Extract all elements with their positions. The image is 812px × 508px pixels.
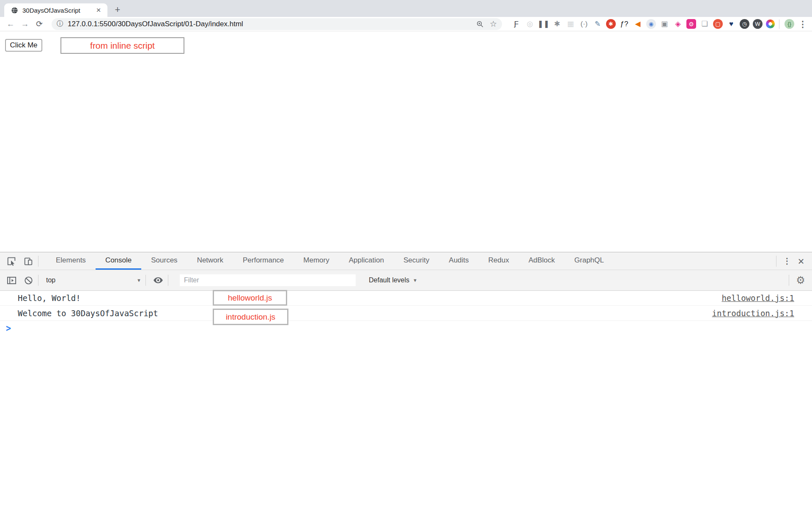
divider [789,275,789,286]
back-icon[interactable]: ← [5,18,16,30]
pause-bars-icon[interactable]: ❚❚ [538,19,549,29]
devtools-tab-application[interactable]: Application [339,252,394,270]
bookmark-star-icon[interactable]: ☆ [490,19,497,29]
camera-icon[interactable]: ▣ [659,19,669,29]
page-content: Click Me from inline script [0,32,812,252]
annotation-introduction: introduction.js [213,309,288,325]
console-drawer-icon[interactable] [6,275,17,286]
extensions-divider [779,19,779,29]
postman-icon[interactable]: ▢ [713,19,723,29]
extensions-bar: Ƒ◎❚❚✱▦(·)✎✱ƒ?◀◉▣◈⚙❏▢♥◷W{} [508,19,794,29]
zoom-page-icon[interactable] [476,20,484,28]
filter-input[interactable] [179,274,356,287]
divider [168,275,168,286]
bug-icon[interactable]: ✱ [552,19,562,29]
devtools-tab-memory[interactable]: Memory [294,252,339,270]
console-message-row[interactable]: Welcome to 30DaysOfJavaScript introducti… [0,306,812,321]
devtools-tab-console[interactable]: Console [96,252,141,270]
tab-close-icon[interactable]: × [94,6,103,15]
navigation-bar: ← → ⟳ ⓘ 127.0.0.1:5500/30DaysOfJavaScrip… [0,17,812,31]
json-brackets-icon[interactable]: {} [785,19,794,29]
console-prompt-chevron-icon: > [6,322,11,334]
console-message-row[interactable]: Hello, World! helloworld.js:1 [0,291,812,306]
grid-faded-icon[interactable]: ▦ [565,19,576,29]
font-ninja-icon[interactable]: Ƒ [511,19,521,29]
pentagon-icon[interactable]: ◈ [673,19,683,29]
devtools-tab-bar: ElementsConsoleSourcesNetworkPerformance… [0,252,812,270]
source-link[interactable]: introduction.js:1 [712,309,794,318]
device-toolbar-icon[interactable] [23,256,34,267]
colorzilla-icon[interactable]: ◉ [646,19,656,29]
annotation-helloworld: helloworld.js [213,290,287,306]
new-tab-button[interactable]: + [112,4,123,16]
forward-icon[interactable]: → [19,18,31,30]
parentheses-icon[interactable]: (·) [579,19,589,29]
disabled-extension-icon[interactable]: ◎ [525,19,535,29]
gear-extension-icon[interactable]: ⚙ [686,19,696,29]
globe-favicon-icon [11,7,18,14]
devtools-tab-redux[interactable]: Redux [479,252,519,270]
devtools-tab-network[interactable]: Network [187,252,233,270]
browser-menu-icon[interactable]: ⋮ [798,19,807,29]
console-prompt[interactable]: > [0,321,812,335]
devtools-tab-elements[interactable]: Elements [46,252,96,270]
tilted-squares-icon[interactable]: ❏ [700,19,710,29]
clear-console-icon[interactable] [23,275,34,286]
browser-window: 30DaysOfJavaScript × + ← → ⟳ ⓘ 127.0.0.1… [0,0,812,508]
devtools-close-icon[interactable]: × [793,256,809,267]
console-settings-gear-icon[interactable]: ⚙ [793,274,808,286]
reload-icon[interactable]: ⟳ [33,18,45,30]
devtools-tab-adblock[interactable]: AdBlock [519,252,565,270]
console-toolbar: top ▼ Default levels ▼ ⚙ [0,270,812,291]
devtools-panel: ElementsConsoleSourcesNetworkPerformance… [0,252,812,508]
console-message-text: Hello, World! [18,293,81,303]
stop-hand-icon[interactable]: ✱ [606,19,616,29]
execution-context-select[interactable]: top ▼ [46,276,141,284]
console-message-text: Welcome to 30DaysOfJavaScript [18,309,158,318]
devtools-tabs: ElementsConsoleSourcesNetworkPerformance… [46,252,614,270]
tab-strip: 30DaysOfJavaScript × + [0,0,812,17]
devtools-tab-performance[interactable]: Performance [233,252,294,270]
click-me-button[interactable]: Click Me [5,39,42,52]
log-levels-select[interactable]: Default levels ▼ [369,276,417,284]
execution-context-value: top [46,276,55,284]
devtools-tab-graphql[interactable]: GraphQL [565,252,614,270]
divider [38,275,38,286]
chevron-down-icon: ▼ [137,278,141,283]
color-wheel-icon[interactable] [766,19,775,28]
tab-title: 30DaysOfJavaScript [22,7,94,14]
console-toolbar-right: ⚙ [785,274,812,286]
eyedropper-icon[interactable]: ✎ [593,19,603,29]
divider [145,275,146,286]
console-output: Hello, World! helloworld.js:1 Welcome to… [0,291,812,335]
devtools-menu-icon[interactable]: ⋮ [781,256,793,266]
f-question-icon[interactable]: ƒ? [619,19,629,29]
source-link[interactable]: helloworld.js:1 [721,293,794,303]
inline-script-box: from inline script [60,37,184,54]
megaphone-icon[interactable]: ◀ [633,19,643,29]
divider [776,256,776,267]
page-info-icon[interactable]: ⓘ [57,19,63,28]
chevron-down-icon: ▼ [413,278,417,283]
browser-tab[interactable]: 30DaysOfJavaScript × [4,3,107,17]
url-text[interactable]: 127.0.0.1:5500/30DaysOfJavaScript/01-Day… [68,20,470,28]
inspect-element-icon[interactable] [6,256,17,267]
devtools-tab-sources[interactable]: Sources [141,252,187,270]
heart-magnifier-icon[interactable]: ♥ [726,19,736,29]
log-levels-value: Default levels [369,276,409,284]
address-bar[interactable]: ⓘ 127.0.0.1:5500/30DaysOfJavaScript/01-D… [52,18,502,30]
devtools-tab-audits[interactable]: Audits [439,252,478,270]
clock-circle-icon[interactable]: ◷ [740,19,749,29]
devtools-tabbar-right: ⋮ × [772,252,812,270]
divider [38,256,38,267]
live-expression-eye-icon[interactable] [153,275,164,286]
devtools-tab-security[interactable]: Security [394,252,439,270]
wappalyzer-icon[interactable]: W [753,19,763,29]
